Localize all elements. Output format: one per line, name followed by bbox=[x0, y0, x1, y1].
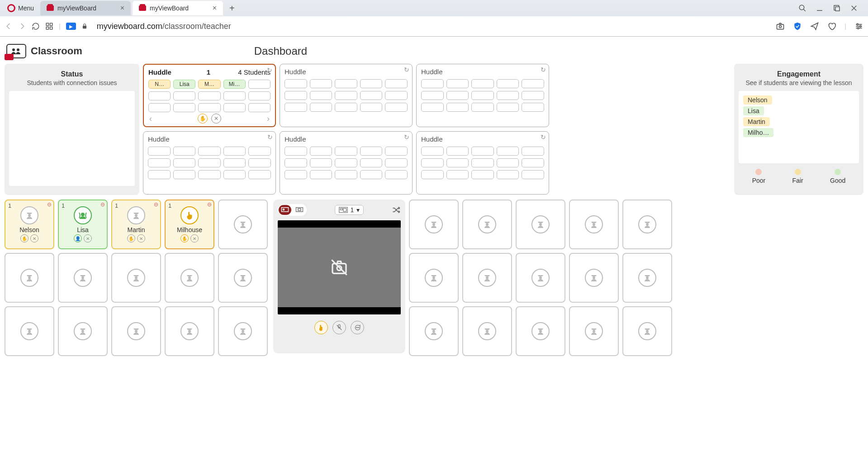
reload-icon[interactable] bbox=[32, 22, 40, 30]
student-card[interactable] bbox=[569, 200, 619, 249]
student-card[interactable] bbox=[462, 253, 512, 303]
chevron-left-icon[interactable]: ‹ bbox=[149, 114, 152, 124]
student-action-1-icon[interactable]: ✋ bbox=[20, 234, 28, 243]
student-card[interactable] bbox=[622, 200, 672, 249]
student-card[interactable] bbox=[516, 306, 565, 356]
huddle-card[interactable]: ↻ Huddle 1 4 Students N…LisaM…Mi… ‹ ✋ ✕ … bbox=[143, 64, 276, 127]
refresh-icon[interactable]: ↻ bbox=[404, 133, 409, 141]
student-card[interactable] bbox=[165, 253, 214, 303]
student-action-2-icon[interactable]: ✕ bbox=[30, 234, 38, 243]
refresh-icon[interactable]: ↻ bbox=[404, 66, 409, 73]
student-card[interactable] bbox=[569, 253, 619, 303]
chevron-right-icon[interactable]: › bbox=[267, 114, 270, 124]
student-card[interactable] bbox=[5, 253, 54, 303]
refresh-icon[interactable]: ↻ bbox=[267, 67, 272, 74]
remove-student-icon[interactable]: ⊖ bbox=[100, 201, 105, 208]
huddle-card[interactable]: ↻ Huddle bbox=[416, 64, 549, 127]
nav-forward-icon[interactable] bbox=[18, 22, 26, 30]
student-card[interactable] bbox=[622, 306, 672, 356]
student-card[interactable] bbox=[218, 253, 268, 303]
huddle-slot[interactable]: Lisa bbox=[173, 80, 195, 89]
engagement-chip[interactable]: Martin bbox=[743, 117, 770, 126]
huddle-card[interactable]: ↻ Huddle bbox=[280, 64, 413, 127]
heart-icon[interactable] bbox=[827, 22, 836, 31]
remove-student-icon[interactable]: ⊖ bbox=[207, 201, 212, 208]
student-action-2-icon[interactable]: ✕ bbox=[137, 234, 145, 243]
hand-icon[interactable]: ✋ bbox=[198, 114, 208, 124]
huddle-card[interactable]: ↻ Huddle bbox=[280, 131, 413, 195]
remove-student-icon[interactable]: ⊖ bbox=[154, 201, 158, 208]
student-card[interactable] bbox=[111, 253, 161, 303]
snapshot-icon[interactable] bbox=[776, 22, 785, 31]
opera-menu-button[interactable]: Menu bbox=[3, 2, 38, 14]
view-mode-grid-button[interactable] bbox=[293, 205, 306, 215]
refresh-icon[interactable]: ↻ bbox=[267, 133, 273, 141]
address-bar[interactable]: myviewboard.com/classroom/teacher bbox=[97, 22, 231, 31]
remove-student-icon[interactable]: ⊖ bbox=[47, 201, 52, 208]
student-action-1-icon[interactable]: ✋ bbox=[180, 234, 189, 243]
shuffle-button[interactable] bbox=[392, 205, 401, 214]
student-card[interactable] bbox=[569, 306, 619, 356]
student-card[interactable] bbox=[622, 253, 672, 303]
student-card[interactable] bbox=[218, 306, 268, 356]
adblock-shield-icon[interactable] bbox=[793, 22, 802, 31]
search-icon[interactable] bbox=[798, 4, 806, 12]
huddle-slot bbox=[360, 91, 383, 100]
send-icon[interactable] bbox=[810, 22, 819, 31]
student-card[interactable] bbox=[409, 306, 459, 356]
close-window-icon[interactable] bbox=[850, 4, 858, 12]
student-card[interactable] bbox=[516, 200, 565, 249]
student-card[interactable] bbox=[462, 200, 512, 249]
student-card[interactable]: 1 ⊖ Martin ✋ ✕ bbox=[111, 200, 161, 249]
easy-setup-icon[interactable] bbox=[854, 22, 863, 31]
close-huddle-icon[interactable]: ✕ bbox=[211, 114, 221, 124]
huddle-slot[interactable]: M… bbox=[198, 80, 220, 89]
browser-tab-1[interactable]: myViewBoard × bbox=[133, 1, 223, 15]
mute-button[interactable] bbox=[332, 321, 346, 334]
student-card[interactable] bbox=[111, 306, 161, 356]
layout-selector[interactable]: 1 ▾ bbox=[335, 205, 364, 215]
tab-close-icon[interactable]: × bbox=[120, 4, 124, 12]
student-action-2-icon[interactable]: ✕ bbox=[190, 234, 199, 243]
student-card[interactable] bbox=[218, 200, 268, 249]
engagement-chip[interactable]: Lisa bbox=[743, 106, 764, 115]
student-card[interactable] bbox=[409, 200, 459, 249]
student-card[interactable] bbox=[409, 253, 459, 303]
huddle-slot[interactable]: Mi… bbox=[223, 80, 246, 89]
student-card[interactable]: 1 ⊖ Lisa 👤 ✕ bbox=[58, 200, 108, 249]
engagement-chip[interactable]: Milho… bbox=[743, 128, 773, 137]
minimize-icon[interactable] bbox=[816, 4, 824, 12]
engagement-chip[interactable]: Nelson bbox=[743, 95, 772, 105]
huddle-slot bbox=[497, 147, 519, 156]
video-popup-icon[interactable]: ▶ bbox=[66, 23, 76, 30]
student-card[interactable] bbox=[462, 306, 512, 356]
student-action-1-icon[interactable]: 👤 bbox=[74, 234, 82, 243]
student-card[interactable]: 1 ⊖ Milhouse ✋ ✕ bbox=[165, 200, 214, 249]
student-card[interactable]: 1 ⊖ Nelson ✋ ✕ bbox=[5, 200, 54, 249]
student-card[interactable] bbox=[165, 306, 214, 356]
nav-back-icon[interactable] bbox=[5, 22, 13, 30]
avatar-icon bbox=[180, 206, 199, 224]
svg-point-34 bbox=[188, 330, 191, 333]
huddle-slot[interactable]: N… bbox=[148, 80, 171, 89]
speed-dial-icon[interactable] bbox=[45, 22, 53, 30]
chat-button[interactable] bbox=[351, 321, 364, 334]
student-card[interactable] bbox=[516, 253, 565, 303]
refresh-icon[interactable]: ↻ bbox=[541, 133, 546, 141]
student-card[interactable] bbox=[5, 306, 54, 356]
student-card[interactable] bbox=[58, 253, 108, 303]
lock-icon[interactable] bbox=[81, 23, 88, 29]
student-card[interactable] bbox=[58, 306, 108, 356]
refresh-icon[interactable]: ↻ bbox=[541, 66, 546, 73]
huddle-card[interactable]: ↻ Huddle bbox=[416, 131, 549, 195]
student-action-2-icon[interactable]: ✕ bbox=[84, 234, 92, 243]
browser-tab-0[interactable]: myViewBoard × bbox=[40, 1, 131, 15]
video-preview[interactable] bbox=[278, 220, 401, 314]
huddle-card[interactable]: ↻ Huddle bbox=[143, 131, 276, 195]
raise-hand-button[interactable] bbox=[314, 321, 328, 334]
tab-close-icon[interactable]: × bbox=[213, 4, 217, 12]
view-mode-present-button[interactable] bbox=[279, 205, 291, 215]
maximize-icon[interactable] bbox=[833, 4, 841, 12]
new-tab-button[interactable]: + bbox=[225, 3, 239, 14]
student-action-1-icon[interactable]: ✋ bbox=[127, 234, 135, 243]
